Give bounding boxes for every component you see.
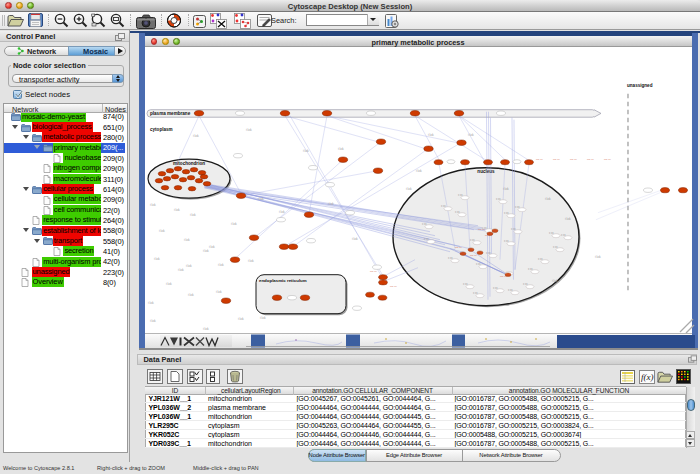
svg-text:x xx: x xx	[476, 263, 481, 266]
svg-text:xxx xx: xxx xx	[553, 158, 560, 161]
svg-text:xxx xx: xxx xx	[470, 254, 477, 257]
svg-text:t kxk: t kxk	[203, 249, 209, 253]
svg-text:x xx: x xx	[528, 268, 533, 271]
svg-text:xxx xx: xxx xx	[478, 228, 485, 231]
svg-text:x xx: x xx	[448, 257, 453, 260]
svg-text:t kxk: t kxk	[552, 279, 558, 283]
svg-text:t kxk: t kxk	[174, 208, 180, 212]
svg-text:x xx: x xx	[422, 223, 427, 226]
svg-text:t kxk: t kxk	[184, 238, 190, 242]
svg-text:x xx: x xx	[538, 258, 543, 261]
svg-text:t kxk: t kxk	[148, 301, 154, 305]
svg-text:x xx: x xx	[458, 194, 463, 197]
svg-text:unassigned: unassigned	[627, 83, 653, 88]
svg-text:t kxk: t kxk	[209, 245, 215, 249]
svg-text:xxx xx: xxx xx	[370, 270, 377, 273]
svg-text:x xx: x xx	[511, 228, 516, 231]
svg-text:endoplasmic reticulum: endoplasmic reticulum	[259, 278, 307, 283]
svg-text:xxx xx: xxx xx	[536, 158, 543, 161]
svg-text:xxx xx: xxx xx	[455, 246, 462, 249]
svg-text:t kxk: t kxk	[203, 327, 209, 331]
svg-text:x xx: x xx	[504, 212, 509, 215]
svg-text:x xx: x xx	[470, 239, 475, 242]
svg-text:t kxk: t kxk	[150, 319, 156, 323]
svg-text:t kxk: t kxk	[416, 169, 422, 173]
svg-text:x xx: x xx	[523, 283, 528, 286]
svg-text:t kxk: t kxk	[231, 222, 237, 226]
svg-text:t kxk: t kxk	[565, 217, 571, 221]
svg-text:t kxk: t kxk	[279, 210, 285, 214]
svg-text:x xx: x xx	[496, 198, 501, 201]
svg-text:t kxk: t kxk	[545, 197, 551, 201]
svg-text:xxx xx: xxx xx	[604, 158, 611, 161]
svg-text:x xx: x xx	[441, 205, 446, 208]
svg-text:x xx: x xx	[463, 283, 468, 286]
svg-text:t kxk: t kxk	[216, 290, 222, 294]
svg-text:t kxk: t kxk	[218, 263, 224, 267]
svg-text:t kxk: t kxk	[150, 203, 156, 207]
svg-text:t kxk: t kxk	[338, 147, 344, 151]
svg-text:t kxk: t kxk	[406, 187, 412, 191]
svg-text:xxx xx: xxx xx	[390, 285, 397, 288]
svg-text:t kxk: t kxk	[178, 268, 184, 272]
svg-text:x xx: x xx	[493, 287, 498, 290]
svg-text:t kxk: t kxk	[260, 316, 266, 320]
svg-text:t kxk: t kxk	[193, 134, 199, 138]
svg-text:x xx: x xx	[504, 240, 509, 243]
svg-text:t kxk: t kxk	[503, 187, 509, 191]
svg-text:nucleus: nucleus	[477, 169, 495, 174]
svg-text:t kxk: t kxk	[186, 264, 192, 268]
svg-text:x xx: x xx	[424, 238, 429, 241]
svg-text:t kxk: t kxk	[258, 197, 264, 201]
svg-text:x xx: x xx	[515, 206, 520, 209]
svg-text:t kxk: t kxk	[246, 128, 252, 132]
svg-text:t kxk: t kxk	[595, 255, 601, 259]
svg-text:t kxk: t kxk	[188, 293, 194, 297]
svg-text:t kxk: t kxk	[303, 149, 309, 153]
svg-text:t kxk: t kxk	[428, 133, 434, 137]
svg-text:t kxk: t kxk	[190, 213, 196, 217]
svg-text:x xx: x xx	[549, 232, 554, 235]
svg-text:xxx xx: xxx xx	[485, 234, 492, 237]
svg-text:t kxk: t kxk	[352, 237, 358, 241]
svg-text:xxx xx: xxx xx	[587, 158, 594, 161]
svg-text:t kxk: t kxk	[166, 282, 172, 286]
svg-text:x xx: x xx	[473, 292, 478, 295]
svg-text:f(x): f(x)	[641, 372, 654, 382]
svg-text:x xx: x xx	[508, 289, 513, 292]
svg-text:t kxk: t kxk	[154, 257, 160, 261]
svg-text:t kxk: t kxk	[159, 229, 165, 233]
svg-text:t kxk: t kxk	[238, 317, 244, 321]
svg-text:x xx: x xx	[486, 252, 491, 255]
svg-text:t kxk: t kxk	[248, 259, 254, 263]
svg-text:t kxk: t kxk	[328, 202, 334, 206]
svg-text:t kxk: t kxk	[468, 133, 474, 137]
svg-text:xxx xx: xxx xx	[500, 275, 507, 278]
svg-text:x xx: x xx	[561, 234, 566, 237]
svg-text:cytoplasm: cytoplasm	[150, 127, 173, 132]
svg-text:x xx: x xx	[553, 246, 558, 249]
svg-text:plasma membrane: plasma membrane	[150, 112, 191, 117]
svg-text:xxx xx: xxx xx	[570, 158, 577, 161]
svg-text:x xx: x xx	[455, 211, 460, 214]
